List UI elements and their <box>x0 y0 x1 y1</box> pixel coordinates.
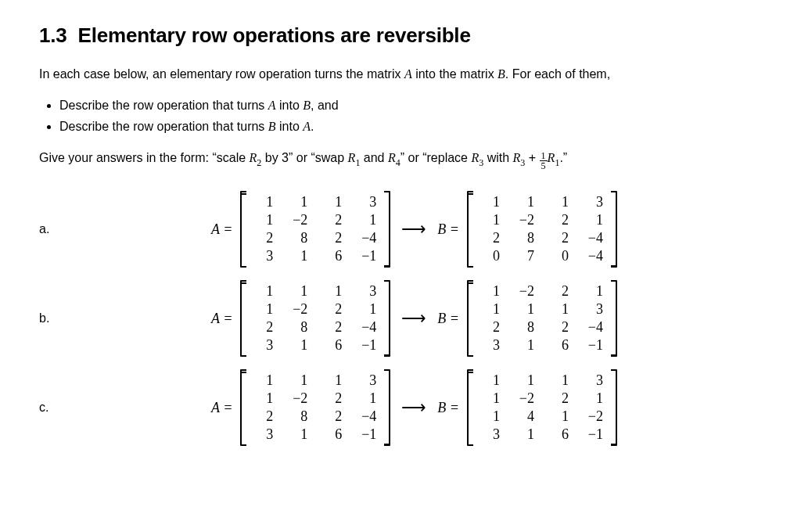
matrix-cell: 2 <box>542 318 577 336</box>
matrix-cell: 1 <box>473 372 508 390</box>
matrix-cell: 3 <box>577 300 611 318</box>
matrix-cell: 2 <box>542 390 577 408</box>
A-equals: A = <box>211 400 232 416</box>
matrix-cell: 1 <box>315 193 350 211</box>
matrix-cell: 8 <box>281 408 315 426</box>
matrix-cell: 4 <box>508 408 542 426</box>
problem-label: c. <box>39 363 211 452</box>
matrix-cell: −4 <box>350 229 384 247</box>
matrix-cell: 6 <box>542 336 577 354</box>
task-item: Describe the row operation that turns A … <box>59 95 762 116</box>
math-var-B: B <box>303 99 311 112</box>
task-item: Describe the row operation that turns B … <box>59 116 762 137</box>
matrix-cell: 8 <box>508 318 542 336</box>
matrix-cell: −2 <box>508 390 542 408</box>
math-R3: R3 <box>513 151 526 164</box>
matrix-cell: 1 <box>508 336 542 354</box>
matrix-B: 11131−221141−2316−1 <box>467 369 617 446</box>
section-number: 1.3 <box>39 23 67 47</box>
matrix-B: 11131−221282−4070−4 <box>467 191 617 268</box>
matrix-cell: 1 <box>246 300 281 318</box>
af-text: and <box>360 151 388 164</box>
answer-format: Give your answers in the form: “scale R2… <box>39 148 762 171</box>
A-equals: A = <box>211 311 232 327</box>
matrix-cell: 0 <box>473 247 508 265</box>
intro-paragraph: In each case below, an elementary row op… <box>39 65 762 84</box>
matrix-cell: 1 <box>246 390 281 408</box>
matrix-cell: −4 <box>350 318 384 336</box>
matrix-cell: 6 <box>315 426 350 444</box>
matrix-cell: −4 <box>577 318 611 336</box>
problem-row: a.A =11131−221282−4316−1⟶B =11131−221282… <box>39 185 762 274</box>
af-text: Give your answers in the form: “scale <box>39 151 250 164</box>
af-text: ” or “replace <box>400 151 472 164</box>
task-text: into <box>276 99 304 112</box>
matrix-cell: 1 <box>281 247 315 265</box>
matrix-cell: 1 <box>315 372 350 390</box>
matrix-cell: 2 <box>473 318 508 336</box>
af-text: by 3” or “swap <box>261 151 347 164</box>
matrix-cell: 3 <box>350 193 384 211</box>
math-var-B: B <box>268 120 276 133</box>
matrix-A: 11131−221282−4316−1 <box>240 280 390 357</box>
problem-label: b. <box>39 274 211 363</box>
intro-text: In each case below, an elementary row op… <box>39 67 404 81</box>
arrow-icon: ⟶ <box>398 308 429 329</box>
matrix-cell: 3 <box>246 426 281 444</box>
math-R2: R2 <box>250 151 262 164</box>
matrix-cell: 1 <box>473 211 508 229</box>
matrix-cell: 1 <box>508 193 542 211</box>
matrix-cell: 3 <box>577 372 611 390</box>
matrix-cell: 1 <box>508 300 542 318</box>
math-var-A: A <box>404 67 412 81</box>
matrix-cell: 1 <box>542 408 577 426</box>
problem-equation: A =11131−221282−4316−1⟶B =11131−221141−2… <box>211 363 762 452</box>
problem-label: a. <box>39 185 211 274</box>
matrix-A: 11131−221282−4316−1 <box>240 369 390 446</box>
matrix-cell: −1 <box>350 426 384 444</box>
matrix-cell: 3 <box>577 193 611 211</box>
matrix-cell: 2 <box>473 229 508 247</box>
task-text: Describe the row operation that turns <box>59 120 268 133</box>
matrix-cell: −4 <box>350 408 384 426</box>
math-R1: R1 <box>348 151 361 164</box>
af-text: .” <box>559 151 567 164</box>
matrix-cell: 2 <box>542 229 577 247</box>
matrix-cell: 1 <box>350 390 384 408</box>
matrix-cell: 1 <box>246 193 281 211</box>
matrix-cell: 1 <box>542 193 577 211</box>
intro-text: . For each of them, <box>505 67 610 81</box>
matrix-cell: 2 <box>542 282 577 300</box>
matrix-cell: 0 <box>542 247 577 265</box>
matrix-cell: −2 <box>577 408 611 426</box>
problem-list: a.A =11131−221282−4316−1⟶B =11131−221282… <box>39 185 762 452</box>
math-R4: R4 <box>388 151 400 164</box>
matrix-cell: 3 <box>350 282 384 300</box>
fraction-one-fifth: 15 <box>540 151 548 171</box>
matrix-cell: 2 <box>315 229 350 247</box>
task-text: Describe the row operation that turns <box>59 99 268 112</box>
problem-equation: A =11131−221282−4316−1⟶B =1−2211113282−4… <box>211 274 762 363</box>
task-text: . <box>311 120 314 133</box>
math-R3: R3 <box>471 151 483 164</box>
section-title-text: Elementary row operations are reversible <box>78 23 471 47</box>
matrix-cell: 3 <box>246 336 281 354</box>
matrix-cell: 1 <box>281 336 315 354</box>
A-equals: A = <box>211 221 232 238</box>
matrix-cell: 1 <box>473 282 508 300</box>
math-var-A: A <box>303 120 311 133</box>
task-text: into <box>276 120 304 133</box>
matrix-cell: −1 <box>350 247 384 265</box>
matrix-B: 1−2211113282−4316−1 <box>467 280 617 357</box>
matrix-cell: 1 <box>542 372 577 390</box>
matrix-cell: 3 <box>473 336 508 354</box>
matrix-cell: 1 <box>508 426 542 444</box>
matrix-cell: 1 <box>246 372 281 390</box>
matrix-cell: 2 <box>246 408 281 426</box>
intro-text: into the matrix <box>412 67 497 81</box>
matrix-cell: −2 <box>281 390 315 408</box>
math-var-B: B <box>497 67 505 81</box>
matrix-cell: 1 <box>473 408 508 426</box>
matrix-cell: 1 <box>281 193 315 211</box>
section-heading: 1.3Elementary row operations are reversi… <box>39 23 762 48</box>
